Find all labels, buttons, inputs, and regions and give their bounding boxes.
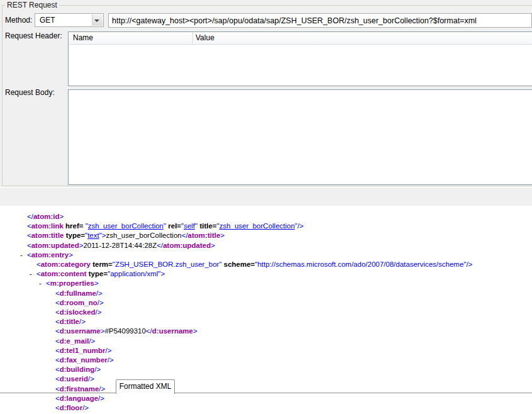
group-box-title: REST Request	[5, 1, 59, 9]
xml-line: -<atom:entry>	[0, 250, 532, 260]
xml-token: d:room_no	[60, 299, 97, 306]
response-tab-strip: Response Header Response Body Formatted …	[0, 187, 532, 206]
request-header-table[interactable]: Name Value	[68, 31, 532, 86]
xml-token: />	[96, 289, 103, 297]
method-select[interactable]: GET	[35, 13, 104, 27]
xml-line: <atom:category term="ZSH_USER_BOR.zsh_us…	[0, 260, 532, 269]
xml-token: <	[46, 279, 50, 287]
xml-token: atom:category	[41, 260, 91, 268]
xml-token: d:userid	[60, 375, 88, 383]
xml-token: <	[55, 385, 60, 393]
xml-link[interactable]: zsh_user_borCollection	[88, 222, 163, 230]
collapse-toggle[interactable]: -	[39, 279, 46, 288]
xml-token: #P54099310	[105, 327, 146, 335]
xml-line: <d:language/>	[0, 394, 532, 403]
xml-token: <	[27, 242, 31, 249]
xml-token: 2011-12-28T14:44:28Z	[83, 242, 157, 249]
collapse-toggle[interactable]: -	[30, 269, 36, 279]
xml-token: atom:entry	[31, 251, 69, 259]
header-table-body[interactable]	[69, 45, 532, 86]
xml-token: d:floor	[60, 404, 82, 411]
xml-line: <d:islocked/>	[0, 308, 532, 317]
xml-token: <	[55, 366, 60, 373]
xml-token: scheme=	[224, 260, 255, 268]
xml-token: <	[55, 394, 60, 402]
tab-formatted-xml[interactable]: Formatted XML	[116, 379, 175, 394]
xml-line: <d:username>#P54099310</d:username>	[0, 327, 532, 336]
xml-token: <	[55, 337, 60, 345]
xml-token: />	[297, 222, 304, 230]
xml-link[interactable]: zsh_user_borCollection	[219, 222, 295, 230]
xml-line: <d:e_mail/>	[0, 337, 532, 346]
xml-line: <d:fax_number/>	[0, 355, 532, 365]
header-table-head-row: Name Value	[69, 32, 532, 45]
xml-token: d:building	[60, 366, 95, 373]
xml-token: >	[160, 270, 165, 277]
xml-token: </	[146, 327, 152, 335]
xml-token: <	[27, 222, 31, 230]
xml-line: <d:title/>	[0, 317, 532, 327]
xml-token: >	[94, 279, 99, 287]
xml-token: atom:title	[31, 232, 64, 239]
xml-token: atom:link	[31, 222, 64, 230]
xml-token: >	[101, 327, 105, 335]
xml-token: m:properties	[50, 279, 94, 287]
xml-line: <atom:link href= "zsh_user_borCollection…	[0, 221, 532, 231]
xml-token: >	[69, 251, 73, 259]
xml-link[interactable]: text	[87, 232, 99, 239]
xml-token: atom:updated	[163, 242, 211, 249]
xml-token: d:username	[152, 327, 193, 335]
chevron-down-icon	[94, 20, 99, 22]
xml-token: d:title	[60, 318, 79, 325]
xml-token: />	[79, 318, 86, 325]
xml-token: <	[55, 289, 60, 297]
xml-token: >	[193, 327, 197, 335]
formatted-xml-view: </atom:id><atom:link href= "zsh_user_bor…	[0, 206, 532, 414]
xml-token: <	[55, 375, 60, 383]
request-body-label: Request Body:	[5, 88, 55, 97]
xml-token: <	[55, 299, 60, 306]
xml-token: </	[182, 232, 188, 239]
column-header-name[interactable]: Name	[73, 33, 93, 42]
xml-token: <	[55, 347, 60, 354]
xml-token: <	[36, 260, 41, 268]
xml-token: atom:id	[33, 213, 60, 220]
xml-line: <atom:updated>2011-12-28T14:44:28Z</atom…	[0, 241, 532, 250]
xml-line: <atom:title type="text">zsh_user_borColl…	[0, 231, 532, 240]
xml-line: <d:building/>	[0, 365, 532, 374]
xml-token: d:language	[60, 394, 98, 402]
column-divider[interactable]	[192, 32, 193, 45]
xml-token: atom:content	[41, 270, 87, 277]
xml-line: <d:userid/>	[0, 374, 532, 384]
request-header-label: Request Header:	[5, 31, 62, 40]
xml-token: type=	[66, 232, 85, 239]
xml-line: <d:floor/>	[0, 403, 532, 413]
xml-token: >	[102, 232, 106, 239]
xml-token: />	[89, 337, 95, 345]
xml-token: />	[96, 308, 102, 316]
xml-token: <	[55, 404, 60, 411]
xml-token: d:username	[60, 327, 101, 335]
tab-strip-bottom-border	[0, 393, 532, 393]
xml-token: >	[220, 232, 224, 239]
method-dropdown-button[interactable]	[92, 14, 103, 26]
xml-token: zsh_user_borCollection	[106, 232, 182, 239]
xml-token: atom:title	[188, 232, 221, 239]
xml-token: d:islocked	[60, 308, 96, 316]
xml-token: />	[94, 366, 101, 373]
column-header-value[interactable]: Value	[196, 33, 214, 42]
xml-token: />	[88, 375, 94, 383]
xml-token: />	[108, 356, 114, 364]
xml-token: <	[27, 232, 31, 239]
xml-token: <	[36, 270, 41, 277]
xml-token: />	[466, 260, 472, 268]
xml-line: -<m:properties>	[0, 279, 532, 288]
xml-token: "ZSH_USER_BOR.zsh_user_bor"	[113, 260, 222, 268]
collapse-toggle[interactable]: -	[20, 250, 27, 260]
method-label: Method:	[5, 16, 32, 25]
xml-line: </atom:id>	[0, 212, 532, 221]
xml-link[interactable]: self	[184, 222, 195, 230]
request-body-input[interactable]	[68, 89, 532, 185]
url-input[interactable]	[108, 13, 532, 28]
xml-token: "http://schemas.microsoft.com/ado/2007/0…	[255, 260, 466, 268]
